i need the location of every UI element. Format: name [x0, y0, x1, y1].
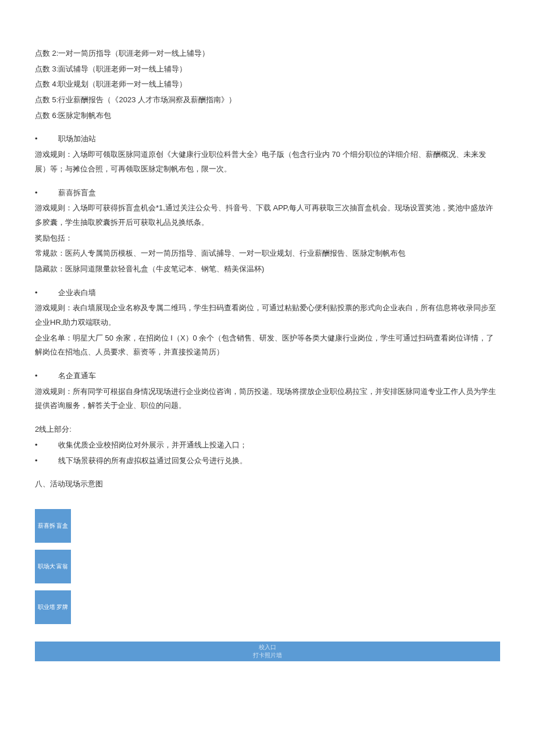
banner-line-1: 校入口 — [35, 643, 500, 651]
diagram-side-boxes: 薪喜拆 盲盒 职场大 富翁 职业塔 罗牌 — [35, 509, 71, 624]
section-online-title: 2线上部分: — [35, 422, 500, 437]
section-online-item1: 收集优质企业校招岗位对外展示，并开通线上投递入口； — [35, 438, 500, 453]
point-6: 点数 6:医脉定制帆布包 — [35, 109, 500, 123]
section-qybbq-list: 企业名单：明星大厂 50 余家，在招岗位 I（X）0 余个（包含销售、研发、医护… — [35, 331, 500, 360]
section-online-item2: 线下场景获得的所有虚拟权益通过回复公众号进行兑换。 — [35, 454, 500, 468]
point-3: 点数 3:面试辅导（职涯老师一对一线上辅导） — [35, 62, 500, 77]
section-mqztc-title: 名企直通车 — [35, 369, 500, 384]
point-2: 点数 2:一对一简历指导（职涯老师一对一线上辅导） — [35, 46, 500, 61]
document-content: 点数 2:一对一简历指导（职涯老师一对一线上辅导） 点数 3:面试辅导（职涯老师… — [35, 46, 500, 661]
section-xxcmh-title: 薪喜拆盲盒 — [35, 186, 500, 200]
section-mqztc-rule: 游戏规则：所有同学可根据自身情况现场进行企业岗位咨询，简历投递。现场将摆放企业职… — [35, 385, 500, 413]
diagram-box-2: 职场大 富翁 — [35, 550, 71, 583]
diagram-box-1: 薪喜拆 盲盒 — [35, 509, 71, 543]
diagram-box-3: 职业塔 罗牌 — [35, 590, 71, 624]
banner-line-2: 打卡照片墙 — [35, 651, 500, 660]
section-zjz-title: 职场加油站 — [35, 132, 500, 146]
diagram-area: 薪喜拆 盲盒 职场大 富翁 职业塔 罗牌 校入口 打卡照片墙 — [35, 509, 500, 661]
diagram-banner: 校入口 打卡照片墙 — [35, 642, 500, 661]
diagram-title: 八、活动现场示意图 — [35, 477, 500, 492]
section-xxcmh-rule: 游戏规则：入场即可获得拆盲盒机会*1,通过关注公众号、抖音号、下载 APP,每人… — [35, 201, 500, 230]
section-xxcmh-normal: 常规款：医药人专属简历模板、一对一简历指导、面试捕导、一对一职业规划、行业薪酬报… — [35, 246, 500, 261]
point-5: 点数 5:行业薪酬报告（《2023 人才市场洞察及薪酬指南》） — [35, 93, 500, 108]
section-qybbq-title: 企业表白墙 — [35, 286, 500, 300]
point-4: 点数 4:职业规划（职涯老师一对一线上辅导） — [35, 77, 500, 92]
section-zjz-rule: 游戏规则：入场即可领取医脉同道原创《大健康行业职位科普大全》电子版（包含行业内 … — [35, 148, 500, 176]
section-qybbq-rule: 游戏规则：表白墙展现企业名称及专属二维玛，学生扫码查看岗位，可通过粘贴爱心便利贴… — [35, 301, 500, 329]
section-xxcmh-hidden: 隐藏款：医脉同道限量款轻音礼盒（牛皮笔记本、钢笔、精美保温杯) — [35, 262, 500, 277]
section-xxcmh-reward-label: 奖励包括： — [35, 231, 500, 246]
